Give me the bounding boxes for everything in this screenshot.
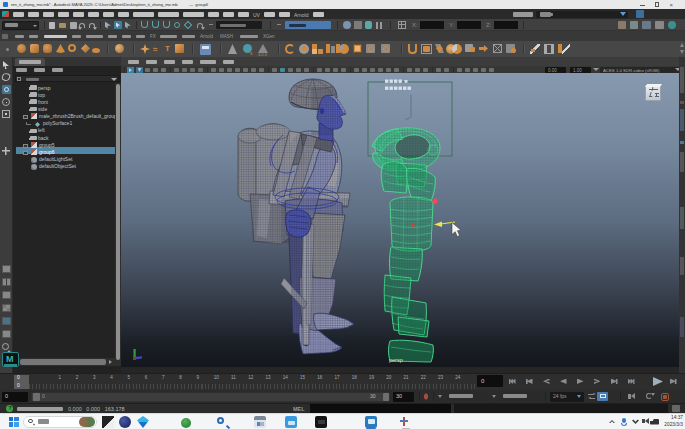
svg-text:persp: persp xyxy=(389,357,403,363)
